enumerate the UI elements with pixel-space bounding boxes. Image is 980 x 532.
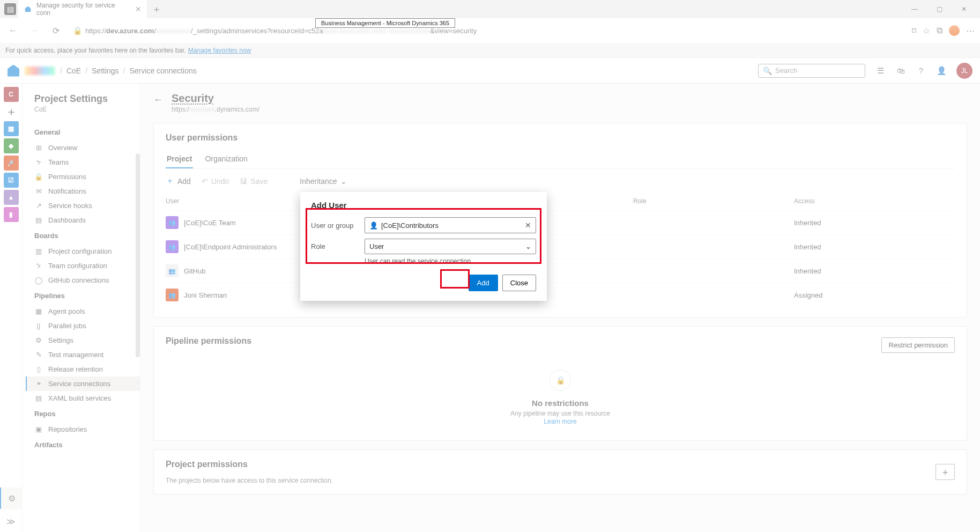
sidebar-item-icon: ▤ — [34, 216, 43, 224]
sidebar-item-repositories[interactable]: ▣Repositories — [26, 422, 140, 437]
role-select[interactable]: User ⌄ — [365, 239, 536, 254]
rail-artifacts-icon[interactable]: ▲ — [4, 190, 19, 205]
user-or-group-label: User or group — [311, 221, 359, 230]
rail-repos-icon[interactable]: ◆ — [4, 138, 19, 153]
sidebar-item-label: Service hooks — [48, 202, 92, 210]
breadcrumb-item[interactable]: Settings — [92, 66, 119, 75]
user-row[interactable]: 👥[CoE]\Endpoint AdministratorsInherited — [166, 235, 955, 259]
add-project-button[interactable]: ＋ — [936, 464, 955, 480]
sidebar-section-header: Artifacts — [26, 437, 140, 453]
user-row-access: Assigned — [794, 291, 955, 299]
browser-more-icon[interactable]: ⋯ — [966, 26, 976, 36]
favorites-icon[interactable]: ☆ — [923, 26, 930, 36]
sidebar-item-project-configuration[interactable]: ▥Project configuration — [26, 244, 140, 258]
user-row-avatar: 👥 — [166, 289, 179, 301]
breadcrumb-item[interactable]: Service connections — [130, 66, 197, 75]
reading-list-icon[interactable]: ⌑ — [912, 26, 916, 36]
window-controls: — ▢ ✕ — [903, 1, 976, 17]
shopping-bag-icon[interactable]: 🛍 — [895, 66, 906, 75]
sidebar-item-team-configuration[interactable]: ᔭTeam configuration — [26, 258, 140, 273]
add-user-button[interactable]: ＋Add — [166, 175, 191, 187]
sidebar-item-notifications[interactable]: ✉Notifications — [26, 184, 140, 198]
user-row[interactable]: 👥GitHubInherited — [166, 259, 955, 283]
sidebar-item-permissions[interactable]: 🔒Permissions — [26, 169, 140, 184]
browser-tab[interactable]: Manage security for service conn ✕ — [18, 0, 147, 20]
sidebar-item-label: Permissions — [48, 173, 86, 181]
rail-settings-icon[interactable]: ⚙ — [0, 487, 23, 509]
undo-button[interactable]: ↶Undo — [202, 177, 229, 186]
sidebar-item-service-hooks[interactable]: ↗Service hooks — [26, 198, 140, 213]
help-icon[interactable]: ? — [916, 66, 926, 75]
sidebar-item-dashboards[interactable]: ▤Dashboards — [26, 213, 140, 227]
azure-devops-logo-icon[interactable] — [8, 65, 19, 77]
sidebar-item-label: Agent pools — [48, 307, 85, 315]
save-button[interactable]: 🖫Save — [240, 177, 268, 186]
rail-project-icon[interactable]: C — [4, 87, 19, 102]
modal-close-button[interactable]: Close — [502, 275, 536, 291]
modal-add-button[interactable]: Add — [469, 275, 498, 291]
content-area: ← Security https:/xxxxxxxx.dynamics.com/… — [140, 84, 980, 532]
rail-pipelines-icon[interactable]: 🚀 — [4, 156, 19, 171]
rail-add-icon[interactable]: ＋ — [4, 104, 19, 119]
user-avatar[interactable]: JL — [956, 63, 972, 79]
inheritance-dropdown[interactable]: Inheritance⌄ — [300, 177, 346, 186]
edge-menu-icon[interactable]: ▤ — [4, 3, 16, 15]
rail-test-icon[interactable]: ☑ — [4, 173, 19, 188]
sidebar-item-label: Repositories — [48, 425, 87, 433]
user-row-access: Inherited — [794, 267, 955, 275]
user-row-avatar: 👥 — [166, 240, 179, 253]
clear-input-icon[interactable]: ✕ — [525, 221, 531, 230]
rail-other-icon[interactable]: ▮ — [4, 207, 19, 222]
tab-project[interactable]: Project — [166, 150, 193, 168]
search-box[interactable]: 🔍 — [758, 64, 865, 78]
minimize-button[interactable]: — — [903, 1, 926, 17]
sidebar-item-test-management[interactable]: ✎Test management — [26, 348, 140, 362]
user-settings-icon[interactable]: 👤 — [936, 66, 947, 76]
sidebar-item-service-connections[interactable]: ⚭Service connections — [26, 376, 140, 391]
forward-button[interactable]: → — [26, 22, 43, 39]
sidebar-item-teams[interactable]: ᔭTeams — [26, 155, 140, 169]
org-name-redacted[interactable] — [25, 66, 55, 75]
close-tab-icon[interactable]: ✕ — [135, 5, 142, 13]
refresh-button[interactable]: ⟳ — [47, 22, 64, 39]
back-arrow-icon[interactable]: ← — [153, 92, 163, 106]
sidebar-item-label: Test management — [48, 351, 103, 359]
collections-icon[interactable]: ⧉ — [937, 26, 942, 35]
sidebar-item-parallel-jobs[interactable]: ||Parallel jobs — [26, 319, 140, 333]
tab-organization[interactable]: Organization — [204, 150, 248, 168]
user-or-group-input[interactable]: 👤[CoE]\Contributors ✕ — [365, 217, 536, 233]
sidebar-item-overview[interactable]: ⊞Overview — [26, 141, 140, 155]
site-info-icon[interactable]: 🔒 — [73, 26, 82, 35]
role-label: Role — [311, 242, 359, 250]
sidebar-section-header: Pipelines — [26, 287, 140, 304]
close-window-button[interactable]: ✕ — [952, 1, 976, 17]
back-button[interactable]: ← — [4, 22, 21, 39]
sidebar-item-agent-pools[interactable]: ▦Agent pools — [26, 304, 140, 319]
learn-more-link[interactable]: Learn more — [544, 418, 576, 425]
url-field[interactable]: 🔒 https://dev.azure.com/xxxxxxxxxx/_sett… — [69, 26, 908, 35]
scrollbar-thumb[interactable] — [136, 153, 140, 357]
breadcrumb-item[interactable]: CoE — [66, 66, 81, 75]
manage-favorites-link[interactable]: Manage favorites now — [188, 47, 251, 54]
sidebar-item-release-retention[interactable]: ▯Release retention — [26, 362, 140, 376]
list-view-icon[interactable]: ☰ — [875, 66, 886, 76]
restrict-permission-button[interactable]: Restrict permission — [881, 337, 955, 353]
new-tab-button[interactable]: ＋ — [149, 2, 164, 17]
search-input[interactable] — [775, 66, 865, 75]
profile-avatar[interactable] — [949, 25, 960, 36]
maximize-button[interactable]: ▢ — [927, 1, 951, 17]
user-table: User Role Access 👥[CoE]\CoE TeamInherite… — [166, 192, 955, 307]
sidebar-item-icon: ⊞ — [34, 144, 43, 152]
user-row[interactable]: 👥[CoE]\CoE TeamInherited — [166, 211, 955, 235]
chevron-down-icon: ⌄ — [340, 177, 347, 186]
left-rail: C ＋ ▦ ◆ 🚀 ☑ ▲ ▮ ⚙ ≫ — [0, 84, 23, 532]
sidebar-item-xaml-build-services[interactable]: ▤XAML build services — [26, 391, 140, 405]
sidebar-item-settings[interactable]: ⚙Settings — [26, 333, 140, 348]
pipeline-permissions-heading: Pipeline permissions — [166, 336, 251, 346]
rail-boards-icon[interactable]: ▦ — [4, 121, 19, 136]
rail-expand-icon[interactable]: ≫ — [6, 511, 16, 532]
role-hint: User can read the service connection. — [365, 257, 536, 265]
sidebar-item-github-connections[interactable]: ◯GitHub connections — [26, 273, 140, 287]
settings-sidebar: Project Settings CoE General⊞OverviewᔭTe… — [23, 84, 140, 532]
user-row[interactable]: 👥Joni ShermanAssigned — [166, 283, 955, 307]
